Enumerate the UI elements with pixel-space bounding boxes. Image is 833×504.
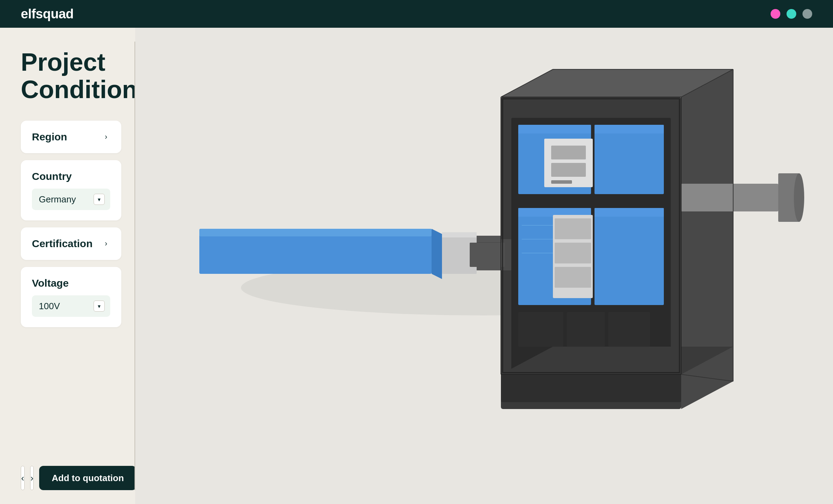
page-title: Project Conditions bbox=[21, 49, 121, 103]
section-cards: Region › Country Germany France Netherla… bbox=[21, 121, 121, 445]
country-label: Country bbox=[32, 171, 72, 182]
prev-button[interactable]: ‹ bbox=[21, 466, 25, 490]
next-button[interactable]: › bbox=[30, 466, 34, 490]
svg-rect-27 bbox=[595, 208, 664, 305]
certification-card[interactable]: Certification › bbox=[21, 227, 121, 260]
region-chevron-icon: › bbox=[102, 133, 110, 141]
svg-rect-28 bbox=[595, 208, 664, 217]
svg-rect-17 bbox=[595, 125, 664, 133]
voltage-select[interactable]: 100V 110V 220V 240V bbox=[32, 295, 110, 317]
3d-scene-svg bbox=[135, 28, 833, 504]
gray-dot-indicator bbox=[802, 9, 812, 19]
country-select-wrapper: Germany France Netherlands UK USA ▾ bbox=[32, 189, 110, 210]
svg-rect-42 bbox=[470, 243, 504, 267]
teal-dot-indicator bbox=[787, 9, 796, 19]
svg-rect-16 bbox=[595, 125, 664, 194]
voltage-label: Voltage bbox=[32, 277, 69, 289]
svg-rect-30 bbox=[555, 218, 591, 239]
app-container: elfsquad Project Conditions Region › bbox=[0, 0, 833, 504]
logo: elfsquad bbox=[21, 7, 73, 21]
sidebar: Project Conditions Region › Country bbox=[0, 28, 135, 504]
svg-rect-3 bbox=[199, 229, 432, 236]
svg-rect-21 bbox=[551, 180, 572, 184]
svg-rect-35 bbox=[608, 312, 650, 347]
svg-rect-38 bbox=[681, 184, 778, 211]
header-dots bbox=[771, 9, 812, 19]
certification-card-header: Certification › bbox=[32, 238, 110, 250]
region-label: Region bbox=[32, 131, 67, 143]
certification-chevron-icon: › bbox=[102, 240, 110, 248]
voltage-card-header: Voltage bbox=[32, 277, 110, 289]
svg-rect-34 bbox=[567, 312, 605, 347]
country-select[interactable]: Germany France Netherlands UK USA bbox=[32, 189, 110, 210]
country-card-header: Country bbox=[32, 171, 110, 182]
svg-rect-31 bbox=[555, 243, 591, 263]
header: elfsquad bbox=[0, 0, 833, 28]
voltage-select-wrapper: 100V 110V 220V 240V ▾ bbox=[32, 295, 110, 317]
svg-rect-33 bbox=[518, 312, 563, 347]
svg-point-40 bbox=[794, 173, 804, 222]
svg-marker-4 bbox=[432, 229, 442, 279]
country-card: Country Germany France Netherlands UK US… bbox=[21, 160, 121, 220]
svg-rect-19 bbox=[551, 146, 586, 159]
region-card-header: Region › bbox=[32, 131, 110, 143]
bottom-navigation: ‹ › Add to quotation bbox=[21, 459, 121, 490]
svg-rect-6 bbox=[442, 232, 477, 237]
svg-rect-36 bbox=[501, 374, 681, 402]
region-card[interactable]: Region › bbox=[21, 121, 121, 153]
main-content: Project Conditions Region › Country bbox=[0, 28, 833, 504]
voltage-card: Voltage 100V 110V 220V 240V ▾ bbox=[21, 267, 121, 327]
svg-rect-32 bbox=[555, 267, 591, 288]
add-to-quotation-button[interactable]: Add to quotation bbox=[39, 466, 136, 490]
visualization-panel bbox=[135, 28, 833, 504]
pink-dot-indicator bbox=[771, 9, 780, 19]
svg-rect-15 bbox=[518, 125, 591, 133]
svg-rect-20 bbox=[551, 163, 586, 177]
certification-label: Certification bbox=[32, 238, 93, 250]
